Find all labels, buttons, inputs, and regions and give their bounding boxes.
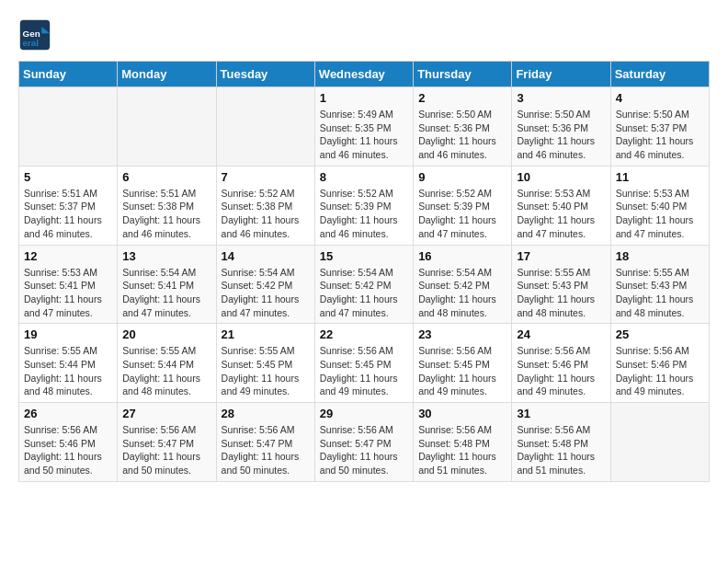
day-number: 30 bbox=[418, 407, 506, 420]
day-number: 10 bbox=[517, 170, 605, 184]
calendar-cell: 17Sunrise: 5:55 AMSunset: 5:43 PMDayligh… bbox=[512, 245, 610, 324]
day-number: 3 bbox=[517, 91, 605, 105]
calendar-table: SundayMondayTuesdayWednesdayThursdayFrid… bbox=[18, 61, 710, 482]
calendar-cell: 30Sunrise: 5:56 AMSunset: 5:48 PMDayligh… bbox=[414, 403, 512, 482]
day-number: 8 bbox=[320, 170, 408, 184]
calendar-cell: 10Sunrise: 5:53 AMSunset: 5:40 PMDayligh… bbox=[512, 166, 610, 245]
day-number: 22 bbox=[320, 327, 408, 341]
day-info: Sunrise: 5:56 AMSunset: 5:45 PMDaylight:… bbox=[418, 344, 506, 398]
calendar-week-row: 19Sunrise: 5:55 AMSunset: 5:44 PMDayligh… bbox=[19, 324, 710, 403]
day-number: 13 bbox=[122, 249, 210, 263]
day-info: Sunrise: 5:56 AMSunset: 5:45 PMDaylight:… bbox=[320, 344, 408, 398]
calendar-cell: 3Sunrise: 5:50 AMSunset: 5:36 PMDaylight… bbox=[512, 87, 610, 167]
day-info: Sunrise: 5:51 AMSunset: 5:37 PMDaylight:… bbox=[24, 187, 112, 241]
day-info: Sunrise: 5:54 AMSunset: 5:42 PMDaylight:… bbox=[222, 266, 310, 320]
calendar-cell: 26Sunrise: 5:56 AMSunset: 5:46 PMDayligh… bbox=[19, 403, 118, 482]
day-number: 19 bbox=[24, 327, 112, 341]
day-info: Sunrise: 5:52 AMSunset: 5:39 PMDaylight:… bbox=[418, 187, 506, 241]
calendar-cell: 5Sunrise: 5:51 AMSunset: 5:37 PMDaylight… bbox=[19, 166, 118, 245]
calendar-cell: 19Sunrise: 5:55 AMSunset: 5:44 PMDayligh… bbox=[19, 324, 118, 403]
day-info: Sunrise: 5:55 AMSunset: 5:43 PMDaylight:… bbox=[517, 266, 605, 320]
day-number: 7 bbox=[222, 170, 310, 184]
day-info: Sunrise: 5:54 AMSunset: 5:41 PMDaylight:… bbox=[122, 266, 210, 320]
calendar-cell: 16Sunrise: 5:54 AMSunset: 5:42 PMDayligh… bbox=[414, 245, 512, 324]
calendar-cell: 28Sunrise: 5:56 AMSunset: 5:47 PMDayligh… bbox=[216, 403, 314, 482]
calendar-cell: 13Sunrise: 5:54 AMSunset: 5:41 PMDayligh… bbox=[118, 245, 216, 324]
calendar-cell: 25Sunrise: 5:56 AMSunset: 5:46 PMDayligh… bbox=[610, 324, 709, 403]
svg-text:eral: eral bbox=[23, 38, 40, 48]
calendar-cell bbox=[216, 87, 314, 167]
day-number: 29 bbox=[320, 407, 408, 420]
day-number: 11 bbox=[616, 170, 704, 184]
calendar-cell: 27Sunrise: 5:56 AMSunset: 5:47 PMDayligh… bbox=[118, 403, 216, 482]
calendar-cell: 20Sunrise: 5:55 AMSunset: 5:44 PMDayligh… bbox=[118, 324, 216, 403]
day-info: Sunrise: 5:52 AMSunset: 5:39 PMDaylight:… bbox=[320, 187, 408, 241]
calendar-cell: 9Sunrise: 5:52 AMSunset: 5:39 PMDaylight… bbox=[414, 166, 512, 245]
logo-icon: Gen eral bbox=[18, 18, 51, 52]
calendar-cell: 1Sunrise: 5:49 AMSunset: 5:35 PMDaylight… bbox=[314, 87, 413, 167]
calendar-week-row: 1Sunrise: 5:49 AMSunset: 5:35 PMDaylight… bbox=[19, 87, 710, 167]
day-number: 2 bbox=[418, 91, 506, 105]
day-number: 25 bbox=[616, 327, 704, 341]
calendar-cell: 29Sunrise: 5:56 AMSunset: 5:47 PMDayligh… bbox=[314, 403, 413, 482]
calendar-cell: 7Sunrise: 5:52 AMSunset: 5:38 PMDaylight… bbox=[216, 166, 314, 245]
calendar-cell: 11Sunrise: 5:53 AMSunset: 5:40 PMDayligh… bbox=[610, 166, 709, 245]
day-info: Sunrise: 5:55 AMSunset: 5:44 PMDaylight:… bbox=[122, 344, 210, 398]
calendar-cell: 23Sunrise: 5:56 AMSunset: 5:45 PMDayligh… bbox=[414, 324, 512, 403]
calendar-cell: 4Sunrise: 5:50 AMSunset: 5:37 PMDaylight… bbox=[610, 87, 709, 167]
day-number: 12 bbox=[24, 249, 112, 263]
day-of-week-header: Saturday bbox=[610, 62, 709, 87]
day-number: 5 bbox=[24, 170, 112, 184]
day-info: Sunrise: 5:55 AMSunset: 5:44 PMDaylight:… bbox=[24, 344, 112, 398]
day-info: Sunrise: 5:56 AMSunset: 5:47 PMDaylight:… bbox=[320, 423, 408, 477]
day-info: Sunrise: 5:55 AMSunset: 5:43 PMDaylight:… bbox=[616, 266, 704, 320]
day-info: Sunrise: 5:56 AMSunset: 5:48 PMDaylight:… bbox=[418, 423, 506, 477]
day-number: 23 bbox=[418, 327, 506, 341]
day-info: Sunrise: 5:53 AMSunset: 5:41 PMDaylight:… bbox=[24, 266, 112, 320]
day-info: Sunrise: 5:50 AMSunset: 5:37 PMDaylight:… bbox=[616, 108, 704, 162]
calendar-cell: 24Sunrise: 5:56 AMSunset: 5:46 PMDayligh… bbox=[512, 324, 610, 403]
day-number: 26 bbox=[24, 407, 112, 420]
day-number: 28 bbox=[222, 407, 310, 420]
day-number: 9 bbox=[418, 170, 506, 184]
calendar-cell: 12Sunrise: 5:53 AMSunset: 5:41 PMDayligh… bbox=[19, 245, 118, 324]
calendar-cell: 22Sunrise: 5:56 AMSunset: 5:45 PMDayligh… bbox=[314, 324, 413, 403]
day-of-week-header: Friday bbox=[512, 62, 610, 87]
logo: Gen eral bbox=[18, 18, 55, 52]
day-number: 31 bbox=[517, 407, 605, 420]
calendar-cell: 14Sunrise: 5:54 AMSunset: 5:42 PMDayligh… bbox=[216, 245, 314, 324]
calendar-cell: 18Sunrise: 5:55 AMSunset: 5:43 PMDayligh… bbox=[610, 245, 709, 324]
day-info: Sunrise: 5:56 AMSunset: 5:46 PMDaylight:… bbox=[517, 344, 605, 398]
calendar-cell: 8Sunrise: 5:52 AMSunset: 5:39 PMDaylight… bbox=[314, 166, 413, 245]
day-number: 20 bbox=[122, 327, 210, 341]
day-info: Sunrise: 5:53 AMSunset: 5:40 PMDaylight:… bbox=[616, 187, 704, 241]
day-number: 21 bbox=[222, 327, 310, 341]
calendar-week-row: 12Sunrise: 5:53 AMSunset: 5:41 PMDayligh… bbox=[19, 245, 710, 324]
calendar-header-row: SundayMondayTuesdayWednesdayThursdayFrid… bbox=[19, 62, 710, 87]
calendar-cell: 2Sunrise: 5:50 AMSunset: 5:36 PMDaylight… bbox=[414, 87, 512, 167]
day-of-week-header: Tuesday bbox=[216, 62, 314, 87]
day-of-week-header: Sunday bbox=[19, 62, 118, 87]
day-number: 27 bbox=[122, 407, 210, 420]
day-of-week-header: Wednesday bbox=[314, 62, 413, 87]
day-of-week-header: Thursday bbox=[414, 62, 512, 87]
day-info: Sunrise: 5:56 AMSunset: 5:47 PMDaylight:… bbox=[222, 423, 310, 477]
calendar-cell bbox=[118, 87, 216, 167]
day-info: Sunrise: 5:49 AMSunset: 5:35 PMDaylight:… bbox=[320, 108, 408, 162]
calendar-week-row: 5Sunrise: 5:51 AMSunset: 5:37 PMDaylight… bbox=[19, 166, 710, 245]
day-info: Sunrise: 5:53 AMSunset: 5:40 PMDaylight:… bbox=[517, 187, 605, 241]
day-info: Sunrise: 5:50 AMSunset: 5:36 PMDaylight:… bbox=[418, 108, 506, 162]
day-info: Sunrise: 5:56 AMSunset: 5:47 PMDaylight:… bbox=[122, 423, 210, 477]
calendar-cell: 21Sunrise: 5:55 AMSunset: 5:45 PMDayligh… bbox=[216, 324, 314, 403]
day-info: Sunrise: 5:52 AMSunset: 5:38 PMDaylight:… bbox=[222, 187, 310, 241]
calendar-cell bbox=[610, 403, 709, 482]
calendar-cell bbox=[19, 87, 118, 167]
day-number: 18 bbox=[616, 249, 704, 263]
day-number: 17 bbox=[517, 249, 605, 263]
day-info: Sunrise: 5:51 AMSunset: 5:38 PMDaylight:… bbox=[122, 187, 210, 241]
day-info: Sunrise: 5:54 AMSunset: 5:42 PMDaylight:… bbox=[418, 266, 506, 320]
day-info: Sunrise: 5:55 AMSunset: 5:45 PMDaylight:… bbox=[222, 344, 310, 398]
day-info: Sunrise: 5:56 AMSunset: 5:48 PMDaylight:… bbox=[517, 423, 605, 477]
day-info: Sunrise: 5:56 AMSunset: 5:46 PMDaylight:… bbox=[24, 423, 112, 477]
day-info: Sunrise: 5:50 AMSunset: 5:36 PMDaylight:… bbox=[517, 108, 605, 162]
